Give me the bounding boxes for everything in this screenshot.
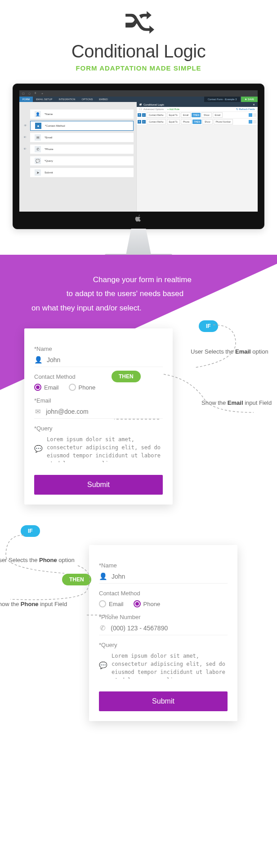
if-badge: IF [21,525,40,537]
contact-method-label: Contact Method [99,590,228,597]
name-label: *Name [99,562,228,569]
submit-button[interactable]: Submit [99,691,228,711]
toggle-icon: • [142,113,146,117]
shuffle-icon [0,6,277,37]
apple-icon [134,214,143,222]
rule-row[interactable]: ?•Contact MethoEqual ToEmailTHENShowEmai… [137,112,258,119]
field-submit[interactable]: Submit [45,171,53,174]
radio-icon: ● [35,123,41,129]
close-icon[interactable]: ✕ [253,103,255,106]
advanced-options[interactable]: Advanced Options [143,108,164,111]
checkbox-icon[interactable]: ☐ [139,108,142,111]
connector-lines [0,525,109,642]
tab-form[interactable]: FORM [19,97,33,102]
email-input[interactable] [46,408,163,415]
if-note: User Selects the Phone option [0,557,75,563]
connector-lines [177,320,277,428]
user-icon: 👤 [99,572,107,580]
tab-options[interactable]: OPTIONS [79,97,96,102]
add-rule-button[interactable]: + Add Rule [167,108,179,111]
eye-icon: 👁 [24,124,27,127]
name-input[interactable] [47,356,163,363]
tagline: Change your form in realtime to adapt to… [0,259,277,328]
save-button[interactable]: ★ SAVE [241,97,258,102]
plus-icon: ＋ [41,92,45,95]
then-badge: THEN [62,574,91,585]
page-title: Conditional Logic [0,41,277,62]
field-name[interactable]: *Name [45,113,53,115]
mail-icon: ✉ [35,134,41,141]
monitor-mockup: ▢ ◌ ≡ ＋ FORM EMAIL SETUP INTEGRATION OPT… [0,84,277,257]
phone-icon: ✆ [99,624,106,632]
query-label: *Query [34,425,163,432]
chat-icon: 💬 [99,661,107,669]
chat-icon: 💬 [35,158,41,164]
tab-email-setup[interactable]: EMAIL SETUP [33,97,55,102]
page-subtitle: FORM ADAPTATION MADE SIMPLE [0,64,277,72]
field-query[interactable]: *Query [45,159,53,162]
email-label: *Email [34,397,163,404]
field-contact-method[interactable]: *Contact Method [45,124,65,127]
panel-title: Conditional Logic [143,103,164,106]
contact-method-label: Contact Method [34,373,163,380]
eye-icon: 👁 [23,147,27,151]
if-icon: ? [138,120,141,124]
example-form-phone: IF User Selects the Phone option THEN Sh… [89,545,237,721]
refresh-fields-button[interactable]: ↻ Refresh Fields [236,108,255,111]
then-note: Show the Phone input Field [0,601,67,607]
globe-icon: ◌ [28,92,32,95]
if-badge: IF [199,320,218,332]
eye-icon: 👁 [23,136,27,139]
query-input[interactable] [47,435,163,462]
radio-phone[interactable]: Phone [69,384,96,391]
tab-integration[interactable]: INTEGRATION [55,97,78,102]
if-note: User Selects the Email option [191,348,268,355]
form-fields-list: 👤*Name 👁●*Contact Method 👁✉*Email 👁✆*Pho… [19,102,136,212]
then-note: Show the Email input Field [201,399,272,406]
toggle-icon: • [142,120,146,124]
phone-icon: ✆ [35,146,41,152]
rule-row[interactable]: ?•Contact MethoEqual ToPhoneTHENShowPhon… [137,119,258,125]
phone-input[interactable] [111,624,228,632]
query-label: *Query [99,642,228,648]
user-icon: 👤 [34,356,42,364]
radio-email[interactable]: Email [99,600,124,607]
query-input[interactable] [112,652,228,679]
mail-icon: ✉ [34,407,41,416]
breadcrumb: Contact Form - Example 3 [204,97,240,102]
user-icon: 👤 [35,111,41,117]
shuffle-icon: ⇄ [139,103,142,106]
if-icon: ? [138,113,141,117]
logic-panel: ⇄Conditional Logic✕ ☐Advanced Options+ A… [136,102,258,212]
name-input[interactable] [112,573,228,580]
radio-phone[interactable]: Phone [134,600,161,607]
submit-button[interactable]: Submit [34,475,163,495]
chat-icon: 💬 [34,445,42,453]
fullscreen-icon: ▢ [22,92,26,95]
example-form-email: IF User Selects the Email option THEN Sh… [24,328,173,505]
then-badge: THEN [112,371,141,382]
radio-email[interactable]: Email [34,384,59,391]
field-phone[interactable]: *Phone [45,148,54,151]
send-icon: ➤ [35,169,41,176]
field-email[interactable]: *Email [45,136,52,139]
menu-icon: ≡ [35,92,38,95]
name-label: *Name [34,345,163,352]
phone-label: *Phone Number [99,614,228,620]
tab-embed[interactable]: EMBED [96,97,111,102]
